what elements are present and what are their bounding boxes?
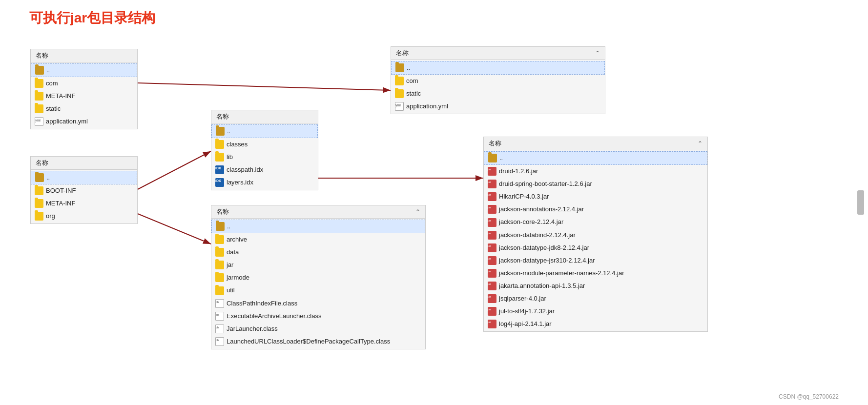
watermark: CSDN @qq_52700622 — [779, 393, 839, 400]
list-item[interactable]: jar jakarta.annotation-api-1.3.5.jar — [484, 280, 707, 292]
folder-dark-icon — [216, 127, 225, 136]
chevron-up-icon: ⌃ — [698, 140, 703, 147]
folder-icon — [215, 153, 224, 162]
list-item[interactable]: jar druid-1.2.6.jar — [484, 165, 707, 178]
folder-icon — [215, 261, 224, 269]
folder-icon — [35, 199, 43, 208]
yml-icon: yml — [35, 117, 43, 126]
panel-5-header: 名称 ⌃ — [391, 47, 605, 60]
panel-6-header: 名称 ⌃ — [484, 137, 707, 150]
list-item[interactable]: jar jsqlparser-4.0.jar — [484, 292, 707, 305]
list-item[interactable]: META-INF — [31, 197, 137, 210]
panel-1-list: .. com META-INF static yml application.y… — [31, 62, 137, 129]
list-item[interactable]: jar jackson-datatype-jsr310-2.12.4.jar — [484, 254, 707, 267]
folder-dark-icon — [35, 66, 44, 75]
svg-line-3 — [138, 214, 211, 244]
folder-icon — [35, 92, 43, 101]
panel-5: 名称 ⌃ .. com static yml application.yml — [391, 46, 605, 114]
panel-3: 名称 .. classes lib IDX classpath.idx IDX … — [211, 110, 318, 190]
folder-icon — [35, 212, 43, 221]
class-icon: cls — [215, 337, 224, 346]
idx-icon: IDX — [215, 165, 224, 174]
list-item[interactable]: yml application.yml — [31, 115, 137, 128]
panel-1-header: 名称 — [31, 49, 137, 62]
folder-icon — [215, 248, 224, 257]
list-item[interactable]: cls JarLauncher.class — [211, 323, 425, 335]
chevron-up-icon: ⌃ — [595, 50, 600, 57]
list-item[interactable]: .. — [484, 151, 707, 165]
list-item[interactable]: util — [211, 284, 425, 297]
list-item[interactable]: jar jackson-module-parameter-names-2.12.… — [484, 267, 707, 280]
folder-icon — [395, 77, 404, 85]
list-item[interactable]: jar jul-to-slf4j-1.7.32.jar — [484, 305, 707, 318]
list-item[interactable]: jar jackson-databind-2.12.4.jar — [484, 229, 707, 242]
list-item[interactable]: archive — [211, 233, 425, 246]
folder-icon — [35, 104, 43, 113]
class-icon: cls — [215, 312, 224, 321]
idx-icon: IDX — [215, 178, 224, 187]
jar-icon: jar — [488, 269, 496, 278]
folder-dark-icon — [216, 222, 225, 231]
list-item[interactable]: jar HikariCP-4.0.3.jar — [484, 190, 707, 203]
list-item[interactable]: static — [391, 87, 605, 100]
list-item[interactable]: static — [31, 102, 137, 115]
panel-4: 名称 ⌃ .. archive data jar jarmode util cl… — [211, 205, 426, 349]
jar-icon: jar — [488, 205, 496, 214]
folder-dark-icon — [488, 154, 497, 162]
folder-icon — [215, 140, 224, 149]
page-title: 可执行jar包目录结构 — [0, 0, 868, 27]
folder-dark-icon — [35, 173, 44, 182]
list-item[interactable]: yml application.yml — [391, 100, 605, 113]
list-item[interactable]: org — [31, 210, 137, 223]
list-item[interactable]: jar jackson-core-2.12.4.jar — [484, 216, 707, 228]
svg-line-1 — [138, 83, 391, 90]
list-item[interactable]: .. — [391, 61, 605, 75]
panel-1: 名称 .. com META-INF static yml applicatio… — [30, 49, 138, 129]
jar-icon: jar — [488, 282, 496, 290]
list-item[interactable]: jar jackson-annotations-2.12.4.jar — [484, 203, 707, 216]
panel-5-list: .. com static yml application.yml — [391, 60, 605, 114]
jar-icon: jar — [488, 231, 496, 240]
list-item[interactable]: IDX layers.idx — [211, 176, 318, 189]
list-item[interactable]: data — [211, 246, 425, 259]
list-item[interactable]: cls ExecutableArchiveLauncher.class — [211, 310, 425, 323]
list-item[interactable]: .. — [211, 124, 318, 138]
list-item[interactable]: jar jackson-datatype-jdk8-2.12.4.jar — [484, 242, 707, 254]
svg-line-2 — [138, 151, 211, 189]
jar-icon: jar — [488, 320, 496, 328]
panel-4-header: 名称 ⌃ — [211, 205, 425, 219]
folder-icon — [215, 286, 224, 295]
scrollbar[interactable] — [857, 190, 864, 215]
list-item[interactable]: cls ClassPathIndexFile.class — [211, 297, 425, 310]
panel-2: 名称 .. BOOT-INF META-INF org — [30, 156, 138, 224]
list-item[interactable]: jar — [211, 259, 425, 271]
list-item[interactable]: IDX classpath.idx — [211, 163, 318, 176]
list-item[interactable]: lib — [211, 151, 318, 163]
list-item[interactable]: jar druid-spring-boot-starter-1.2.6.jar — [484, 178, 707, 190]
panel-3-list: .. classes lib IDX classpath.idx IDX lay… — [211, 123, 318, 190]
folder-icon — [395, 89, 404, 98]
list-item[interactable]: BOOT-INF — [31, 184, 137, 197]
panel-2-header: 名称 — [31, 157, 137, 170]
list-item[interactable]: cls LaunchedURLClassLoader$DefinePackage… — [211, 335, 425, 348]
folder-icon — [215, 235, 224, 244]
panel-4-list: .. archive data jar jarmode util cls Cla… — [211, 219, 425, 349]
list-item[interactable]: classes — [211, 138, 318, 151]
jar-icon: jar — [488, 192, 496, 201]
list-item[interactable]: com — [31, 77, 137, 90]
list-item[interactable]: jarmode — [211, 271, 425, 284]
list-item[interactable]: .. — [211, 220, 425, 233]
class-icon: cls — [215, 299, 224, 308]
jar-icon: jar — [488, 294, 496, 303]
folder-icon — [215, 273, 224, 282]
jar-icon: jar — [488, 243, 496, 252]
list-item[interactable]: jar log4j-api-2.14.1.jar — [484, 318, 707, 330]
list-item[interactable]: META-INF — [31, 90, 137, 102]
list-item[interactable]: .. — [31, 171, 137, 184]
jar-icon: jar — [488, 218, 496, 227]
list-item[interactable]: com — [391, 75, 605, 87]
list-item[interactable]: .. — [31, 63, 137, 77]
jar-icon: jar — [488, 167, 496, 176]
panel-3-header: 名称 — [211, 110, 318, 123]
folder-dark-icon — [395, 63, 404, 72]
